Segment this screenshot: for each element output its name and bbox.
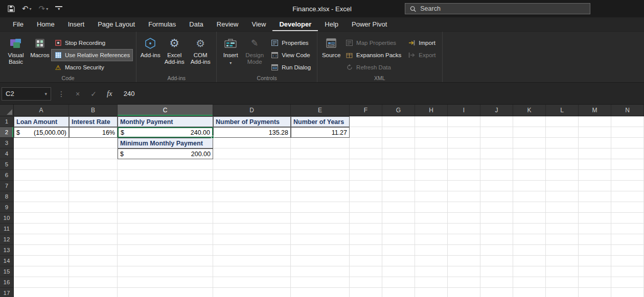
name-box-caret-icon[interactable]: ▾ [44,91,47,96]
cell-E5[interactable] [291,159,350,170]
cell-M2[interactable] [579,127,611,138]
cell-I4[interactable] [448,148,480,159]
cell-B17[interactable] [69,288,118,297]
cell-E16[interactable] [291,277,350,288]
cancel-button[interactable]: × [76,90,80,98]
cell-H14[interactable] [415,256,448,266]
cell-J13[interactable] [480,245,513,256]
cell-G4[interactable] [382,148,415,159]
cell-K7[interactable] [513,181,546,191]
cell-E11[interactable] [291,224,350,234]
cell-L1[interactable] [546,116,579,127]
cell-E17[interactable] [291,288,350,297]
cell-F13[interactable] [350,245,382,256]
cell-H6[interactable] [415,170,448,181]
cell-D12[interactable] [213,234,291,245]
cell-D8[interactable] [213,191,291,202]
cell-D6[interactable] [213,170,291,181]
redo-button[interactable]: ↷▾ [36,3,51,15]
cell-M11[interactable] [579,224,611,234]
cell-G2[interactable] [382,127,415,138]
cell-H11[interactable] [415,224,448,234]
redo-caret-icon[interactable]: ▾ [46,7,48,11]
cell-I9[interactable] [448,202,480,213]
row-header-9[interactable]: 9 [0,202,14,213]
row-header-1[interactable]: 1 [0,116,14,127]
cell-K3[interactable] [513,138,546,148]
cell-H13[interactable] [415,245,448,256]
cell-I3[interactable] [448,138,480,148]
cell-H2[interactable] [415,127,448,138]
cell-B16[interactable] [69,277,118,288]
cell-B2[interactable]: 16% [69,127,118,138]
column-header-B[interactable]: B [69,105,118,116]
cell-J7[interactable] [480,181,513,191]
cell-L5[interactable] [546,159,579,170]
properties-button[interactable]: Properties [268,37,313,48]
cell-G15[interactable] [382,266,415,277]
cell-A7[interactable] [14,181,69,191]
cell-M6[interactable] [579,170,611,181]
cell-G7[interactable] [382,181,415,191]
cell-L7[interactable] [546,181,579,191]
cell-D15[interactable] [213,266,291,277]
cell-A16[interactable] [14,277,69,288]
cell-A12[interactable] [14,234,69,245]
row-header-11[interactable]: 11 [0,224,14,234]
insert-dropdown-caret-icon[interactable]: ▾ [229,61,232,65]
cell-F7[interactable] [350,181,382,191]
cell-A13[interactable] [14,245,69,256]
cell-H3[interactable] [415,138,448,148]
row-header-7[interactable]: 7 [0,181,14,191]
undo-button[interactable]: ↶▾ [19,3,34,15]
cell-D5[interactable] [213,159,291,170]
cell-I7[interactable] [448,181,480,191]
cell-E9[interactable] [291,202,350,213]
cell-D9[interactable] [213,202,291,213]
cell-L12[interactable] [546,234,579,245]
cell-H15[interactable] [415,266,448,277]
cell-H17[interactable] [415,288,448,297]
search-box[interactable] [405,3,590,14]
cell-I1[interactable] [448,116,480,127]
cell-F12[interactable] [350,234,382,245]
cell-L4[interactable] [546,148,579,159]
com-add-ins-button[interactable]: ⚙ COM Add-ins [188,34,213,73]
cell-D13[interactable] [213,245,291,256]
column-header-J[interactable]: J [480,105,513,116]
cell-E4[interactable] [291,148,350,159]
column-header-L[interactable]: L [546,105,579,116]
row-header-10[interactable]: 10 [0,213,14,224]
visual-basic-button[interactable]: Visual Basic [4,34,28,73]
cell-G12[interactable] [382,234,415,245]
cell-I11[interactable] [448,224,480,234]
cell-E8[interactable] [291,191,350,202]
cell-F15[interactable] [350,266,382,277]
cell-D3[interactable] [213,138,291,148]
cell-H9[interactable] [415,202,448,213]
cell-E1[interactable]: Number of Years [291,116,350,127]
cell-G17[interactable] [382,288,415,297]
cell-C4[interactable]: $200.00 [118,148,213,159]
cell-N1[interactable] [611,116,644,127]
cell-L15[interactable] [546,266,579,277]
cell-M13[interactable] [579,245,611,256]
column-header-E[interactable]: E [291,105,350,116]
row-header-4[interactable]: 4 [0,148,14,159]
cell-G6[interactable] [382,170,415,181]
cell-M1[interactable] [579,116,611,127]
cell-N8[interactable] [611,191,644,202]
cell-G13[interactable] [382,245,415,256]
tab-data[interactable]: Data [182,17,210,31]
cell-K16[interactable] [513,277,546,288]
cell-H4[interactable] [415,148,448,159]
cell-D14[interactable] [213,256,291,266]
cell-B8[interactable] [69,191,118,202]
tab-help[interactable]: Help [318,17,345,31]
macro-security-button[interactable]: ⚠ Macro Security [52,62,132,73]
cell-B4[interactable] [69,148,118,159]
cell-J17[interactable] [480,288,513,297]
cell-A17[interactable] [14,288,69,297]
cell-M9[interactable] [579,202,611,213]
column-header-K[interactable]: K [513,105,546,116]
